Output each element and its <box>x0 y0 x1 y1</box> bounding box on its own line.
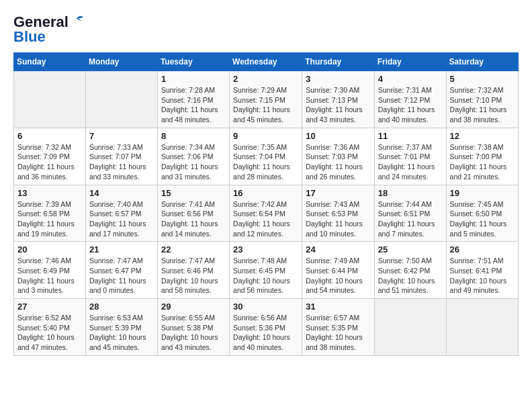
day-detail: Sunrise: 7:28 AM Sunset: 7:16 PM Dayligh… <box>161 85 226 125</box>
day-detail: Sunrise: 7:32 AM Sunset: 7:10 PM Dayligh… <box>450 85 515 125</box>
calendar-cell: 31 Sunrise: 6:57 AM Sunset: 5:35 PM Dayl… <box>302 299 374 356</box>
logo-blue-text: Blue <box>13 28 46 46</box>
logo: General Blue <box>13 13 85 46</box>
day-number: 25 <box>378 244 443 255</box>
day-number: 3 <box>306 74 370 84</box>
calendar-cell: 1 Sunrise: 7:28 AM Sunset: 7:16 PM Dayli… <box>157 71 229 128</box>
day-number: 26 <box>450 244 515 255</box>
calendar-cell: 23 Sunrise: 7:48 AM Sunset: 6:45 PM Dayl… <box>230 242 302 299</box>
day-detail: Sunrise: 7:38 AM Sunset: 7:00 PM Dayligh… <box>450 142 515 182</box>
calendar-week-row: 13 Sunrise: 7:39 AM Sunset: 6:58 PM Dayl… <box>14 185 519 242</box>
calendar-cell: 5 Sunrise: 7:32 AM Sunset: 7:10 PM Dayli… <box>446 71 518 128</box>
day-detail: Sunrise: 7:29 AM Sunset: 7:15 PM Dayligh… <box>233 85 298 125</box>
day-number: 15 <box>161 188 226 198</box>
calendar-cell: 19 Sunrise: 7:45 AM Sunset: 6:50 PM Dayl… <box>446 185 518 242</box>
day-detail: Sunrise: 7:50 AM Sunset: 6:42 PM Dayligh… <box>378 256 443 295</box>
calendar-cell <box>85 71 157 128</box>
day-detail: Sunrise: 7:32 AM Sunset: 7:09 PM Dayligh… <box>17 142 82 182</box>
day-number: 11 <box>378 131 443 141</box>
day-number: 28 <box>89 302 154 312</box>
calendar-cell: 28 Sunrise: 6:53 AM Sunset: 5:39 PM Dayl… <box>85 299 157 356</box>
day-detail: Sunrise: 7:40 AM Sunset: 6:57 PM Dayligh… <box>89 199 154 239</box>
day-number: 9 <box>233 131 298 141</box>
day-number: 17 <box>306 188 370 198</box>
column-header-monday: Monday <box>85 53 157 71</box>
day-detail: Sunrise: 7:48 AM Sunset: 6:45 PM Dayligh… <box>233 256 298 295</box>
calendar-cell: 22 Sunrise: 7:47 AM Sunset: 6:46 PM Dayl… <box>157 242 229 299</box>
calendar-cell: 2 Sunrise: 7:29 AM Sunset: 7:15 PM Dayli… <box>230 71 302 128</box>
column-header-wednesday: Wednesday <box>230 53 302 71</box>
day-detail: Sunrise: 7:44 AM Sunset: 6:51 PM Dayligh… <box>378 199 443 239</box>
day-number: 31 <box>306 302 370 312</box>
day-detail: Sunrise: 7:33 AM Sunset: 7:07 PM Dayligh… <box>89 142 154 182</box>
calendar-cell <box>14 71 86 128</box>
day-detail: Sunrise: 7:46 AM Sunset: 6:49 PM Dayligh… <box>17 256 82 295</box>
calendar-cell: 26 Sunrise: 7:51 AM Sunset: 6:41 PM Dayl… <box>446 242 518 299</box>
calendar-cell: 13 Sunrise: 7:39 AM Sunset: 6:58 PM Dayl… <box>14 185 86 242</box>
day-number: 23 <box>233 244 298 255</box>
calendar-cell <box>446 299 518 356</box>
day-number: 19 <box>450 188 515 198</box>
calendar-cell: 7 Sunrise: 7:33 AM Sunset: 7:07 PM Dayli… <box>85 128 157 185</box>
calendar-header-row: SundayMondayTuesdayWednesdayThursdayFrid… <box>14 53 519 71</box>
day-detail: Sunrise: 6:56 AM Sunset: 5:36 PM Dayligh… <box>233 313 298 353</box>
day-detail: Sunrise: 6:53 AM Sunset: 5:39 PM Dayligh… <box>89 313 154 353</box>
day-number: 1 <box>161 74 226 84</box>
day-detail: Sunrise: 7:36 AM Sunset: 7:03 PM Dayligh… <box>306 142 370 182</box>
calendar-cell: 10 Sunrise: 7:36 AM Sunset: 7:03 PM Dayl… <box>302 128 374 185</box>
calendar-cell: 15 Sunrise: 7:41 AM Sunset: 6:56 PM Dayl… <box>157 185 229 242</box>
day-number: 30 <box>233 302 298 312</box>
calendar-week-row: 1 Sunrise: 7:28 AM Sunset: 7:16 PM Dayli… <box>14 71 519 128</box>
day-number: 12 <box>450 131 515 141</box>
column-header-friday: Friday <box>374 53 446 71</box>
day-detail: Sunrise: 7:35 AM Sunset: 7:04 PM Dayligh… <box>233 142 298 182</box>
day-detail: Sunrise: 6:55 AM Sunset: 5:38 PM Dayligh… <box>161 313 226 353</box>
calendar-cell: 9 Sunrise: 7:35 AM Sunset: 7:04 PM Dayli… <box>230 128 302 185</box>
day-number: 18 <box>378 188 443 198</box>
calendar-cell: 17 Sunrise: 7:43 AM Sunset: 6:53 PM Dayl… <box>302 185 374 242</box>
calendar-cell: 16 Sunrise: 7:42 AM Sunset: 6:54 PM Dayl… <box>230 185 302 242</box>
day-number: 16 <box>233 188 298 198</box>
day-detail: Sunrise: 7:41 AM Sunset: 6:56 PM Dayligh… <box>161 199 226 239</box>
calendar-cell: 25 Sunrise: 7:50 AM Sunset: 6:42 PM Dayl… <box>374 242 446 299</box>
day-detail: Sunrise: 7:47 AM Sunset: 6:47 PM Dayligh… <box>89 256 154 295</box>
column-header-sunday: Sunday <box>14 53 86 71</box>
day-number: 24 <box>306 244 370 255</box>
day-detail: Sunrise: 6:57 AM Sunset: 5:35 PM Dayligh… <box>306 313 370 353</box>
day-number: 27 <box>17 302 82 312</box>
day-detail: Sunrise: 7:43 AM Sunset: 6:53 PM Dayligh… <box>306 199 370 239</box>
day-detail: Sunrise: 7:47 AM Sunset: 6:46 PM Dayligh… <box>161 256 226 295</box>
column-header-tuesday: Tuesday <box>157 53 229 71</box>
day-number: 2 <box>233 74 298 84</box>
day-number: 22 <box>161 244 226 255</box>
calendar-cell: 21 Sunrise: 7:47 AM Sunset: 6:47 PM Dayl… <box>85 242 157 299</box>
day-detail: Sunrise: 7:51 AM Sunset: 6:41 PM Dayligh… <box>450 256 515 295</box>
calendar-week-row: 6 Sunrise: 7:32 AM Sunset: 7:09 PM Dayli… <box>14 128 519 185</box>
calendar-cell: 27 Sunrise: 6:52 AM Sunset: 5:40 PM Dayl… <box>14 299 86 356</box>
calendar-cell: 3 Sunrise: 7:30 AM Sunset: 7:13 PM Dayli… <box>302 71 374 128</box>
day-number: 8 <box>161 131 226 141</box>
day-number: 21 <box>89 244 154 255</box>
calendar-cell: 8 Sunrise: 7:34 AM Sunset: 7:06 PM Dayli… <box>157 128 229 185</box>
day-detail: Sunrise: 7:34 AM Sunset: 7:06 PM Dayligh… <box>161 142 226 182</box>
calendar-cell: 14 Sunrise: 7:40 AM Sunset: 6:57 PM Dayl… <box>85 185 157 242</box>
day-number: 29 <box>161 302 226 312</box>
day-number: 5 <box>450 74 515 84</box>
day-detail: Sunrise: 7:37 AM Sunset: 7:01 PM Dayligh… <box>378 142 443 182</box>
column-header-thursday: Thursday <box>302 53 374 71</box>
logo-bird-icon <box>71 15 85 26</box>
calendar-table: SundayMondayTuesdayWednesdayThursdayFrid… <box>13 52 519 356</box>
day-number: 4 <box>378 74 443 84</box>
calendar-cell: 12 Sunrise: 7:38 AM Sunset: 7:00 PM Dayl… <box>446 128 518 185</box>
calendar-cell: 29 Sunrise: 6:55 AM Sunset: 5:38 PM Dayl… <box>157 299 229 356</box>
day-number: 14 <box>89 188 154 198</box>
calendar-cell: 20 Sunrise: 7:46 AM Sunset: 6:49 PM Dayl… <box>14 242 86 299</box>
day-number: 7 <box>89 131 154 141</box>
calendar-cell: 30 Sunrise: 6:56 AM Sunset: 5:36 PM Dayl… <box>230 299 302 356</box>
day-number: 13 <box>17 188 82 198</box>
day-detail: Sunrise: 7:31 AM Sunset: 7:12 PM Dayligh… <box>378 85 443 125</box>
day-number: 20 <box>17 244 82 255</box>
column-header-saturday: Saturday <box>446 53 518 71</box>
calendar-cell: 6 Sunrise: 7:32 AM Sunset: 7:09 PM Dayli… <box>14 128 86 185</box>
day-detail: Sunrise: 6:52 AM Sunset: 5:40 PM Dayligh… <box>17 313 82 353</box>
